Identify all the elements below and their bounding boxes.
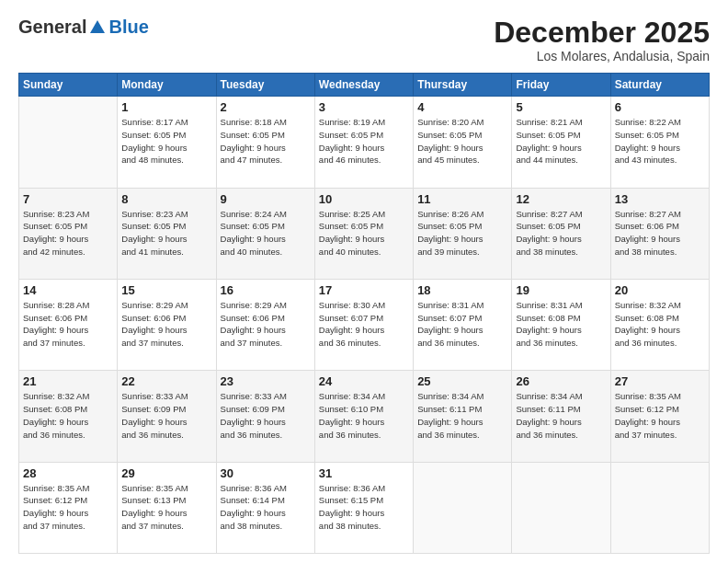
day-number: 31 [319,466,409,480]
page: General Blue December 2025 Los Molares, … [0,0,728,563]
calendar-cell [414,462,512,553]
day-info: Sunrise: 8:35 AMSunset: 6:12 PMDaylight:… [23,482,113,533]
day-info: Sunrise: 8:31 AMSunset: 6:07 PMDaylight:… [417,299,507,350]
calendar-cell: 8Sunrise: 8:23 AMSunset: 6:05 PMDaylight… [118,188,216,279]
day-number: 20 [615,283,705,297]
day-number: 18 [417,283,507,297]
day-number: 29 [121,466,211,480]
calendar-cell: 21Sunrise: 8:32 AMSunset: 6:08 PMDayligh… [19,371,118,462]
calendar-cell: 22Sunrise: 8:33 AMSunset: 6:09 PMDayligh… [118,371,216,462]
calendar-cell: 14Sunrise: 8:28 AMSunset: 6:06 PMDayligh… [19,279,118,370]
calendar-cell: 19Sunrise: 8:31 AMSunset: 6:08 PMDayligh… [512,279,610,370]
day-number: 9 [221,192,311,206]
day-number: 23 [221,374,311,388]
day-info: Sunrise: 8:26 AMSunset: 6:05 PMDaylight:… [417,208,507,259]
calendar-cell: 6Sunrise: 8:22 AMSunset: 6:05 PMDaylight… [610,97,709,188]
calendar-cell: 30Sunrise: 8:36 AMSunset: 6:14 PMDayligh… [216,462,314,553]
calendar-cell: 11Sunrise: 8:26 AMSunset: 6:05 PMDayligh… [414,188,512,279]
day-info: Sunrise: 8:30 AMSunset: 6:07 PMDaylight:… [319,299,409,350]
day-info: Sunrise: 8:33 AMSunset: 6:09 PMDaylight:… [221,390,311,441]
day-info: Sunrise: 8:22 AMSunset: 6:05 PMDaylight:… [615,116,705,167]
calendar-week-row: 1Sunrise: 8:17 AMSunset: 6:05 PMDaylight… [19,97,710,188]
day-number: 28 [23,466,113,480]
calendar-week-row: 7Sunrise: 8:23 AMSunset: 6:05 PMDaylight… [19,188,710,279]
calendar-cell: 9Sunrise: 8:24 AMSunset: 6:05 PMDaylight… [216,188,314,279]
calendar-header-thursday: Thursday [414,74,512,97]
day-number: 7 [23,192,113,206]
calendar-header-friday: Friday [512,74,610,97]
calendar-cell [19,97,118,188]
day-number: 27 [615,374,705,388]
day-info: Sunrise: 8:34 AMSunset: 6:11 PMDaylight:… [417,390,507,441]
day-number: 1 [121,100,211,114]
calendar-cell: 18Sunrise: 8:31 AMSunset: 6:07 PMDayligh… [414,279,512,370]
day-number: 21 [23,374,113,388]
day-number: 26 [516,374,606,388]
calendar-cell: 7Sunrise: 8:23 AMSunset: 6:05 PMDaylight… [19,188,118,279]
day-number: 11 [417,192,507,206]
day-info: Sunrise: 8:35 AMSunset: 6:13 PMDaylight:… [121,482,211,533]
calendar-cell: 12Sunrise: 8:27 AMSunset: 6:05 PMDayligh… [512,188,610,279]
day-info: Sunrise: 8:17 AMSunset: 6:05 PMDaylight:… [121,116,211,167]
day-info: Sunrise: 8:33 AMSunset: 6:09 PMDaylight:… [121,390,211,441]
day-info: Sunrise: 8:18 AMSunset: 6:05 PMDaylight:… [221,116,311,167]
day-number: 16 [221,283,311,297]
day-number: 30 [221,466,311,480]
calendar-cell [512,462,610,553]
day-number: 14 [23,283,113,297]
day-number: 6 [615,100,705,114]
calendar-table: SundayMondayTuesdayWednesdayThursdayFrid… [18,73,710,554]
calendar-cell: 25Sunrise: 8:34 AMSunset: 6:11 PMDayligh… [414,371,512,462]
calendar-cell: 16Sunrise: 8:29 AMSunset: 6:06 PMDayligh… [216,279,314,370]
day-number: 25 [417,374,507,388]
calendar-header-wednesday: Wednesday [314,74,413,97]
title-block: December 2025 Los Molares, Andalusia, Sp… [494,17,710,63]
logo-blue-text: Blue [108,17,148,38]
calendar-cell: 29Sunrise: 8:35 AMSunset: 6:13 PMDayligh… [118,462,216,553]
day-info: Sunrise: 8:35 AMSunset: 6:12 PMDaylight:… [615,390,705,441]
day-info: Sunrise: 8:29 AMSunset: 6:06 PMDaylight:… [121,299,211,350]
day-number: 24 [319,374,409,388]
day-number: 17 [319,283,409,297]
calendar-cell: 17Sunrise: 8:30 AMSunset: 6:07 PMDayligh… [314,279,413,370]
day-number: 8 [121,192,211,206]
calendar-cell: 13Sunrise: 8:27 AMSunset: 6:06 PMDayligh… [610,188,709,279]
calendar-header-row: SundayMondayTuesdayWednesdayThursdayFrid… [19,74,710,97]
day-number: 10 [319,192,409,206]
day-number: 2 [221,100,311,114]
calendar-week-row: 21Sunrise: 8:32 AMSunset: 6:08 PMDayligh… [19,371,710,462]
day-number: 15 [121,283,211,297]
calendar-header-monday: Monday [118,74,216,97]
day-info: Sunrise: 8:31 AMSunset: 6:08 PMDaylight:… [516,299,606,350]
calendar-cell: 20Sunrise: 8:32 AMSunset: 6:08 PMDayligh… [610,279,709,370]
calendar-cell: 26Sunrise: 8:34 AMSunset: 6:11 PMDayligh… [512,371,610,462]
day-number: 12 [516,192,606,206]
calendar-cell: 5Sunrise: 8:21 AMSunset: 6:05 PMDaylight… [512,97,610,188]
calendar-cell: 23Sunrise: 8:33 AMSunset: 6:09 PMDayligh… [216,371,314,462]
logo-icon [88,18,107,37]
day-info: Sunrise: 8:34 AMSunset: 6:11 PMDaylight:… [516,390,606,441]
day-info: Sunrise: 8:23 AMSunset: 6:05 PMDaylight:… [121,208,211,259]
calendar-cell: 31Sunrise: 8:36 AMSunset: 6:15 PMDayligh… [314,462,413,553]
day-info: Sunrise: 8:21 AMSunset: 6:05 PMDaylight:… [516,116,606,167]
day-info: Sunrise: 8:27 AMSunset: 6:06 PMDaylight:… [615,208,705,259]
day-number: 5 [516,100,606,114]
calendar-cell: 27Sunrise: 8:35 AMSunset: 6:12 PMDayligh… [610,371,709,462]
day-info: Sunrise: 8:34 AMSunset: 6:10 PMDaylight:… [319,390,409,441]
calendar-header-sunday: Sunday [19,74,118,97]
day-info: Sunrise: 8:32 AMSunset: 6:08 PMDaylight:… [23,390,113,441]
day-info: Sunrise: 8:20 AMSunset: 6:05 PMDaylight:… [417,116,507,167]
calendar-cell: 24Sunrise: 8:34 AMSunset: 6:10 PMDayligh… [314,371,413,462]
calendar-cell: 2Sunrise: 8:18 AMSunset: 6:05 PMDaylight… [216,97,314,188]
day-number: 22 [121,374,211,388]
day-number: 3 [319,100,409,114]
calendar-cell: 4Sunrise: 8:20 AMSunset: 6:05 PMDaylight… [414,97,512,188]
header: General Blue December 2025 Los Molares, … [18,17,710,63]
day-info: Sunrise: 8:25 AMSunset: 6:05 PMDaylight:… [319,208,409,259]
calendar-header-saturday: Saturday [610,74,709,97]
day-info: Sunrise: 8:36 AMSunset: 6:14 PMDaylight:… [221,482,311,533]
calendar-header-tuesday: Tuesday [216,74,314,97]
calendar-cell [610,462,709,553]
day-info: Sunrise: 8:32 AMSunset: 6:08 PMDaylight:… [615,299,705,350]
calendar-week-row: 28Sunrise: 8:35 AMSunset: 6:12 PMDayligh… [19,462,710,553]
